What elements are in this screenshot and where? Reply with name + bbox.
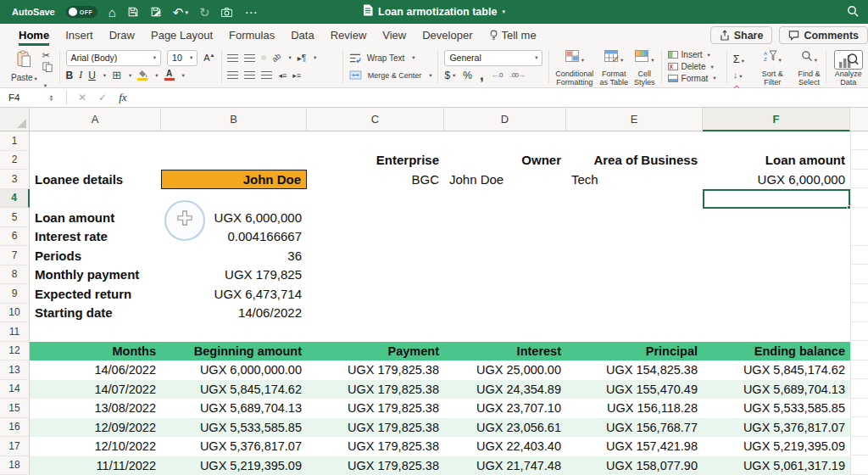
cell-B9[interactable]: UGX 6,473,714	[161, 284, 307, 304]
cell-D4[interactable]	[444, 189, 566, 209]
cell-E14[interactable]: UGX 155,470.49	[566, 380, 703, 400]
row-header-6[interactable]: 6	[0, 227, 30, 247]
cell-B16[interactable]: UGX 5,533,585.85	[161, 418, 307, 438]
fill-color-icon[interactable]	[137, 70, 147, 81]
row-header-14[interactable]: 14	[0, 380, 30, 400]
row-header-8[interactable]: 8	[0, 265, 30, 285]
font-name-select[interactable]: Arial (Body)▾	[66, 50, 162, 66]
column-header-A[interactable]: A	[30, 108, 161, 131]
format-as-table-button[interactable]: ▾ Formatas Table	[600, 49, 628, 87]
cell-E11[interactable]	[566, 322, 703, 342]
cell-F16[interactable]: UGX 5,376,817.07	[703, 418, 850, 438]
cell-F12[interactable]: Ending balance	[703, 342, 850, 361]
cell-C16[interactable]: UGX 179,825.38	[307, 418, 444, 438]
cell-E16[interactable]: UGX 156,768.77	[566, 418, 703, 438]
cell-A4[interactable]	[30, 189, 161, 209]
underline-button[interactable]: U	[88, 70, 96, 81]
cell-B14[interactable]: UGX 5,845,174.62	[161, 380, 307, 400]
cell-B3[interactable]: John Doe	[161, 170, 307, 189]
cell-D16[interactable]: UGX 23,056.61	[444, 418, 566, 438]
increase-font-icon[interactable]: A▲	[203, 53, 214, 63]
cell-C10[interactable]	[307, 304, 444, 323]
cell-E3[interactable]: Tech	[566, 170, 703, 189]
increase-indent-icon[interactable]: ▸≡	[292, 71, 301, 80]
cell-E2[interactable]: Area of Business	[566, 151, 703, 170]
tab-draw[interactable]: Draw	[109, 24, 135, 46]
cell-B12[interactable]: Beginning amount	[161, 342, 307, 361]
camera-icon[interactable]	[220, 7, 233, 18]
cell-C12[interactable]: Payment	[307, 342, 444, 361]
cell-D18[interactable]: UGX 21,747.48	[444, 456, 566, 475]
cell-F2[interactable]: Loan amount	[703, 151, 850, 170]
decrease-indent-icon[interactable]: ◂≡	[278, 71, 287, 80]
cell-E17[interactable]: UGX 157,421.98	[566, 437, 703, 456]
cell-A2[interactable]	[30, 151, 161, 170]
cell-F7[interactable]	[703, 246, 850, 265]
cell-F18[interactable]: UGX 5,061,317.19	[703, 456, 850, 475]
align-right-icon[interactable]	[261, 71, 272, 79]
cell-D10[interactable]	[444, 304, 566, 323]
cell-C1[interactable]	[307, 131, 444, 151]
cell-A6[interactable]: Interest rate	[30, 227, 161, 247]
cell-D3[interactable]: John Doe	[444, 170, 566, 189]
cell-A1[interactable]	[30, 131, 161, 151]
cell-E10[interactable]	[566, 304, 703, 323]
cell-E18[interactable]: UGX 158,077.90	[566, 456, 703, 475]
analyze-data-button[interactable]: AnalyzeData	[832, 49, 864, 87]
cell-E15[interactable]: UGX 156,118.28	[566, 399, 703, 418]
save-icon[interactable]	[127, 6, 139, 18]
column-header-D[interactable]: D	[444, 108, 566, 131]
decrease-decimal-icon[interactable]: .00→	[510, 71, 525, 79]
cell-C14[interactable]: UGX 179,825.38	[307, 380, 444, 400]
cell-F10[interactable]	[703, 304, 850, 323]
cell-B7[interactable]: 36	[161, 246, 307, 265]
cell-A5[interactable]: Loan amount	[30, 208, 161, 227]
cell-E12[interactable]: Principal	[566, 342, 703, 361]
delete-cells-button[interactable]: Delete▾	[668, 61, 721, 73]
percent-icon[interactable]: %	[463, 70, 472, 81]
row-header-12[interactable]: 12	[0, 342, 30, 361]
number-format-select[interactable]: General▾	[444, 50, 542, 66]
cell-E8[interactable]	[566, 265, 703, 285]
undo-icon[interactable]: ↶▾	[173, 6, 188, 19]
cell-C15[interactable]: UGX 179,825.38	[307, 399, 444, 418]
cell-D7[interactable]	[444, 246, 566, 265]
autosave-toggle[interactable]: OFF	[66, 6, 97, 18]
align-bottom-icon[interactable]	[261, 55, 266, 60]
cell-styles-button[interactable]: ▾ CellStyles	[634, 49, 655, 87]
row-header-17[interactable]: 17	[0, 437, 30, 456]
tab-review[interactable]: Review	[331, 24, 367, 46]
formula-input[interactable]	[133, 88, 868, 107]
cell-D8[interactable]	[444, 265, 566, 285]
find-select-button[interactable]: ▾ Find &Select	[798, 49, 820, 87]
document-title[interactable]: Loan armotization table	[378, 6, 497, 18]
format-cells-button[interactable]: Format▾	[668, 72, 721, 84]
title-chevron-icon[interactable]: ▾	[502, 8, 505, 15]
align-left-icon[interactable]	[227, 71, 238, 79]
enter-icon[interactable]: ✓	[98, 92, 107, 103]
more-commands-icon[interactable]: ⋯	[244, 6, 257, 19]
save-as-icon[interactable]	[150, 6, 162, 18]
row-header-15[interactable]: 15	[0, 399, 30, 418]
cell-D11[interactable]	[444, 322, 566, 342]
fill-down-icon[interactable]: ↓▾	[733, 66, 747, 81]
comments-button[interactable]: Comments	[779, 26, 868, 44]
cell-A18[interactable]: 11/11/2022	[30, 456, 161, 475]
cell-C17[interactable]: UGX 179,825.38	[307, 437, 444, 456]
cell-F9[interactable]	[703, 284, 850, 304]
row-header-11[interactable]: 11	[0, 322, 30, 342]
row-header-1[interactable]: 1	[0, 131, 30, 151]
name-box[interactable]: F4	[0, 92, 49, 103]
autosum-icon[interactable]: Σ▾	[733, 51, 747, 66]
font-size-select[interactable]: 10▾	[167, 50, 198, 66]
cell-E5[interactable]	[566, 208, 703, 227]
align-top-icon[interactable]	[227, 54, 238, 62]
cell-E13[interactable]: UGX 154,825.38	[566, 360, 703, 380]
merge-center-button[interactable]: Merge & Center▾	[349, 67, 432, 85]
cell-F6[interactable]	[703, 227, 850, 247]
text-direction-icon[interactable]: ▸¶	[298, 53, 306, 63]
cell-B8[interactable]: UGX 179,825	[161, 265, 307, 285]
cell-D17[interactable]: UGX 22,403.40	[444, 437, 566, 456]
tab-formulas[interactable]: Formulas	[229, 24, 275, 46]
search-icon[interactable]	[847, 5, 860, 21]
